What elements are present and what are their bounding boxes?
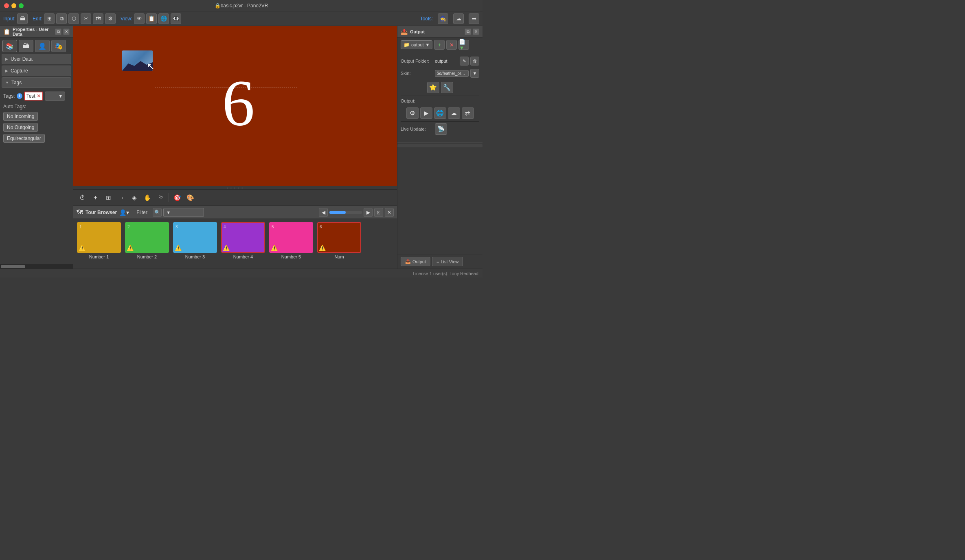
tour-expand-left[interactable]: ◀ xyxy=(319,208,328,217)
tags-section[interactable]: ▼ Tags xyxy=(2,77,71,88)
output-tab-output[interactable]: 📤 Output xyxy=(401,257,430,266)
properties-title: Properties - User Data xyxy=(13,27,53,37)
edit-btn-6[interactable]: ⚙ xyxy=(105,13,116,24)
tour-expand-right[interactable]: ▶ xyxy=(364,208,373,217)
skin-star-button[interactable]: ⭐ xyxy=(427,82,439,93)
panel-controls[interactable]: ⧉ ✕ xyxy=(55,28,70,35)
pano-thumb-img-5[interactable]: 5 ⚠️ xyxy=(269,222,313,253)
output-add-button[interactable]: ＋ xyxy=(434,40,445,50)
vp-tool-target[interactable]: 🎯 xyxy=(171,192,183,203)
tour-fullscreen-icon[interactable]: ⊡ xyxy=(374,208,383,217)
vp-tool-add[interactable]: ＋ xyxy=(90,192,101,203)
tour-close-button[interactable]: ✕ xyxy=(385,208,394,217)
view-btn-1[interactable]: 👁 xyxy=(134,13,145,24)
pano-thumb-5[interactable]: 5 ⚠️ Number 5 xyxy=(269,222,314,259)
pano-thumb-img-1[interactable]: 1 ⚠️ xyxy=(77,222,121,253)
auto-tag-no-incoming[interactable]: No Incoming xyxy=(3,112,38,121)
tag-dropdown[interactable]: ▼ xyxy=(45,92,65,101)
window-controls[interactable] xyxy=(4,3,24,8)
tools-btn-1[interactable]: 🧙 xyxy=(438,13,448,24)
tags-info-icon[interactable]: i xyxy=(17,93,22,99)
auto-tag-equirectangular[interactable]: Equirectangular xyxy=(3,134,45,143)
view-btn-3[interactable]: 🌐 xyxy=(158,13,169,24)
viewport-resize-handle[interactable]: • • • • • xyxy=(73,186,397,189)
output-upload-button[interactable]: ☁ xyxy=(448,107,460,119)
maximize-button[interactable] xyxy=(19,3,24,8)
pano-thumb-4[interactable]: 4 ⚠️ Number 4 xyxy=(221,222,265,259)
output-tab-listview[interactable]: ≡ List View xyxy=(432,257,463,266)
auto-tag-no-outgoing[interactable]: No Outgoing xyxy=(3,123,38,132)
edit-btn-1[interactable]: ⊞ xyxy=(44,13,55,24)
output-float-button[interactable]: ⧉ xyxy=(465,28,471,35)
view-btn-2[interactable]: 📋 xyxy=(146,13,157,24)
input-btn-1[interactable]: 🏔 xyxy=(17,13,28,24)
pano-thumb-img-4[interactable]: 4 ⚠️ xyxy=(221,222,265,253)
pano-thumb-img-3[interactable]: 3 ⚠️ xyxy=(173,222,217,253)
pano-thumb-2[interactable]: 2 ⚠️ Number 2 xyxy=(125,222,169,259)
vp-tool-poly[interactable]: ◈ xyxy=(129,192,140,203)
output-panel-controls[interactable]: ⧉ ✕ xyxy=(465,28,479,35)
minimize-button[interactable] xyxy=(11,3,16,8)
vp-tool-color[interactable]: 🎨 xyxy=(184,192,196,203)
skin-tools-button[interactable]: 🔧 xyxy=(441,82,453,93)
panel-scroll-area[interactable]: ▶ User Data ▶ Capture ▼ Tags Tags: i Tes… xyxy=(0,52,73,264)
pano-thumb-img-6[interactable]: 6 ⚠️ xyxy=(317,222,361,253)
panel-scrollbar-thumb[interactable] xyxy=(1,265,25,268)
vp-tool-hand[interactable]: ✋ xyxy=(142,192,153,203)
view-btn-4[interactable]: 👁‍🗨 xyxy=(171,13,181,24)
filter-dropdown[interactable]: ▼ xyxy=(163,208,204,217)
pano-thumb-1[interactable]: 1 ⚠️ Number 1 xyxy=(77,222,121,259)
pano-thumb-6[interactable]: 6 ⚠️ Num Name: Number 6 Filename: /Volum… xyxy=(317,222,362,259)
edit-btn-2[interactable]: ⧉ xyxy=(56,13,67,24)
output-play-button[interactable]: ▶ xyxy=(420,107,432,119)
tools-label[interactable]: Tools: xyxy=(420,16,433,22)
tour-zoom-slider[interactable] xyxy=(329,211,362,214)
vp-tool-arrow[interactable]: → xyxy=(116,192,127,203)
output-scroll-handle[interactable] xyxy=(397,144,482,147)
tag-remove-icon[interactable]: ✕ xyxy=(37,93,41,99)
output-sphere-button[interactable]: 🌐 xyxy=(434,107,446,119)
panel-close-button[interactable]: ✕ xyxy=(63,28,70,35)
skin-dropdown-arrow[interactable]: ▼ xyxy=(470,69,479,78)
vp-tool-compass[interactable]: ⏱ xyxy=(77,192,88,203)
output-remove-button[interactable]: ✕ xyxy=(446,40,457,50)
input-label[interactable]: Input: xyxy=(3,16,15,22)
output-folder-clear-button[interactable]: 🗑 xyxy=(470,57,479,66)
output-close-button[interactable]: ✕ xyxy=(473,28,479,35)
tab-panorama[interactable]: 🏔 xyxy=(19,40,33,52)
close-button[interactable] xyxy=(4,3,9,8)
tab-user[interactable]: 👤 xyxy=(35,40,50,52)
edit-section: Edit: ⊞ ⧉ ⬡ ✂ 🗺 ⚙ xyxy=(33,13,116,24)
panel-horizontal-scrollbar[interactable] xyxy=(0,264,73,269)
tools-btn-3[interactable]: ➡ xyxy=(469,13,479,24)
capture-section[interactable]: ▶ Capture xyxy=(2,66,71,76)
tour-user-icon[interactable]: 👤▾ xyxy=(119,209,129,216)
pano-warning-3: ⚠️ xyxy=(175,245,182,251)
view-label[interactable]: View: xyxy=(121,16,132,22)
tab-book[interactable]: 📚 xyxy=(2,40,17,52)
pano-thumb-3[interactable]: 3 ⚠️ Number 3 xyxy=(173,222,217,259)
tools-btn-2[interactable]: ☁ xyxy=(453,13,464,24)
output-gear-button[interactable]: ⚙ xyxy=(406,107,419,119)
edit-btn-5[interactable]: 🗺 xyxy=(93,13,103,24)
edit-btn-3[interactable]: ⬡ xyxy=(68,13,79,24)
skin-dropdown[interactable]: $d/feather_orb_cloner.ggsk xyxy=(435,70,469,77)
output-folder-edit-button[interactable]: ✎ xyxy=(460,57,469,66)
output-sync-button[interactable]: ⇄ xyxy=(462,107,474,119)
edit-btn-4[interactable]: ✂ xyxy=(81,13,91,24)
pano-thumb-img-2[interactable]: 2 ⚠️ xyxy=(125,222,169,253)
tab-mask[interactable]: 🎭 xyxy=(51,40,66,52)
edit-label[interactable]: Edit: xyxy=(33,16,42,22)
live-update-button[interactable]: 📡 xyxy=(435,123,447,135)
properties-icon: 📋 xyxy=(3,28,10,35)
viewport[interactable]: ↖ 6 xyxy=(73,26,397,186)
output-export-button[interactable]: 📄▼ xyxy=(458,40,469,50)
output-folder-row: Output Folder: output ✎ 🗑 xyxy=(401,57,479,66)
output-icon-row: ⚙ ▶ 🌐 ☁ ⇄ xyxy=(401,107,479,122)
vp-tool-flag[interactable]: 🏳 xyxy=(155,192,166,203)
user-data-section[interactable]: ▶ User Data xyxy=(2,54,71,64)
panel-float-button[interactable]: ⧉ xyxy=(55,28,61,35)
vp-tool-grid[interactable]: ⊞ xyxy=(103,192,114,203)
output-dropdown[interactable]: 📁 output ▼ xyxy=(401,40,432,49)
filter-search-icon[interactable]: 🔍 xyxy=(153,208,162,217)
